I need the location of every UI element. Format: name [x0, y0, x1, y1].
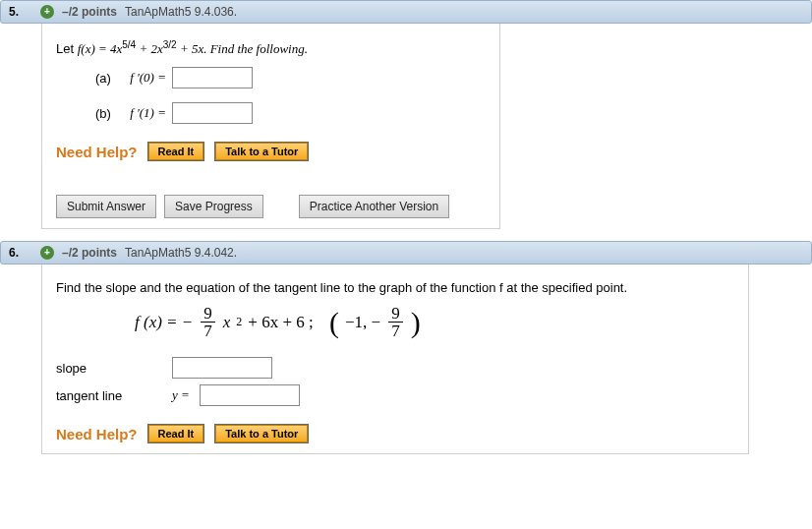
- prompt: Find the slope and the equation of the t…: [56, 280, 734, 295]
- points-label: –/2 points: [62, 5, 117, 19]
- prompt-text: Find the slope and the equation of the t…: [56, 280, 627, 295]
- question-header: 5. + –/2 points TanApMath5 9.4.036.: [0, 0, 812, 24]
- part-a-expr: f '(0) =: [130, 70, 166, 86]
- part-b: (b) f '(1) =: [95, 102, 486, 124]
- expand-icon[interactable]: +: [40, 246, 54, 260]
- tangent-row: tangent line y =: [56, 384, 734, 406]
- points-label: –/2 points: [62, 246, 117, 260]
- part-b-expr: f '(1) =: [130, 105, 166, 121]
- talk-tutor-button[interactable]: Talk to a Tutor: [214, 424, 309, 443]
- slope-input[interactable]: [172, 357, 272, 379]
- talk-tutor-button[interactable]: Talk to a Tutor: [214, 142, 309, 161]
- question-header: 6. + –/2 points TanApMath5 9.4.042.: [0, 241, 812, 264]
- rest: + 6x + 6 ;: [248, 313, 313, 332]
- frac2: 9 7: [388, 305, 403, 339]
- question-number: 6.: [9, 246, 32, 260]
- exp1: 5/4: [122, 39, 136, 50]
- need-help-label: Need Help?: [56, 144, 138, 160]
- prompt-text: Let: [56, 41, 78, 56]
- question-number: 5.: [9, 5, 32, 19]
- pt-x: −1, −: [345, 313, 380, 332]
- paren-open: (: [329, 311, 339, 334]
- tangent-input[interactable]: [200, 384, 300, 406]
- suffix: + 5x. Find the following.: [177, 41, 308, 56]
- slope-row: slope: [56, 357, 734, 379]
- slope-label: slope: [56, 361, 162, 376]
- prompt: Let f(x) = 4x5/4 + 2x3/2 + 5x. Find the …: [56, 39, 486, 57]
- question-body: Let f(x) = 4x5/4 + 2x3/2 + 5x. Find the …: [41, 24, 500, 229]
- action-row: Submit Answer Save Progress Practice Ano…: [56, 185, 486, 218]
- read-it-button[interactable]: Read It: [147, 424, 205, 443]
- func-def: f(x) = 4x: [78, 41, 123, 56]
- question-5: 5. + –/2 points TanApMath5 9.4.036. Let …: [0, 0, 812, 229]
- save-button[interactable]: Save Progress: [164, 195, 263, 218]
- y-equals: y =: [172, 387, 190, 403]
- frac2-den: 7: [388, 323, 403, 339]
- frac1-den: 7: [201, 323, 215, 339]
- exp2: 3/2: [163, 39, 177, 50]
- frac1: 9 7: [201, 305, 215, 339]
- question-6: 6. + –/2 points TanApMath5 9.4.042. Find…: [0, 241, 812, 454]
- read-it-button[interactable]: Read It: [147, 142, 205, 161]
- expand-icon[interactable]: +: [40, 5, 54, 19]
- part-a-input[interactable]: [172, 67, 253, 88]
- submit-button[interactable]: Submit Answer: [56, 195, 156, 218]
- paren-close: ): [411, 311, 421, 334]
- x-exp: 2: [236, 315, 242, 329]
- part-b-label: (b): [95, 106, 111, 121]
- x-term: x: [223, 313, 231, 332]
- plus1: + 2x: [136, 41, 163, 56]
- lhs: f (x) = −: [135, 313, 193, 332]
- part-a: (a) f '(0) =: [95, 67, 486, 88]
- tangent-label: tangent line: [56, 388, 162, 403]
- frac1-num: 9: [201, 305, 215, 323]
- part-a-label: (a): [95, 71, 111, 86]
- source-label: TanApMath5 9.4.036.: [125, 5, 237, 19]
- need-help-label: Need Help?: [56, 426, 138, 442]
- frac2-num: 9: [388, 305, 403, 323]
- practice-button[interactable]: Practice Another Version: [299, 195, 449, 218]
- source-label: TanApMath5 9.4.042.: [125, 246, 237, 260]
- part-b-input[interactable]: [172, 102, 253, 124]
- math-expression: f (x) = − 9 7 x2 + 6x + 6 ; ( −1, − 9 7 …: [135, 305, 734, 339]
- need-help-row: Need Help? Read It Talk to a Tutor: [56, 142, 486, 161]
- question-body: Find the slope and the equation of the t…: [41, 264, 749, 454]
- need-help-row: Need Help? Read It Talk to a Tutor: [56, 424, 734, 443]
